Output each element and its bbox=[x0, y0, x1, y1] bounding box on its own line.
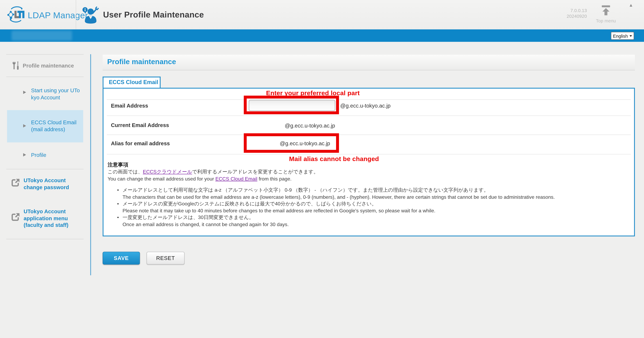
bullet-jp: 一度変更したメールアドレスは、30日間変更できません。 bbox=[122, 214, 626, 221]
redacted-username-badge bbox=[12, 30, 72, 40]
arrow-right-icon bbox=[23, 124, 26, 128]
bullet-en: Once an email address is changed, it can… bbox=[122, 221, 626, 228]
top-menu-label: Top menu bbox=[594, 18, 618, 23]
external-link-icon bbox=[11, 212, 20, 224]
row-divider bbox=[107, 100, 631, 100]
eccs-cloud-mail-link-jp[interactable]: ECCSクラウドメール bbox=[143, 169, 192, 175]
bullet-en: The characters that can be used for the … bbox=[122, 194, 626, 200]
sidebar-divider bbox=[6, 239, 84, 240]
sidebar-link-application-menu[interactable]: UTokyo Account application menu (faculty… bbox=[24, 208, 82, 229]
app-header: LDAP Manager User Profile Maintenance bbox=[0, 0, 644, 29]
sidebar-divider bbox=[6, 77, 84, 77]
scroll-top-icon[interactable]: ▲ bbox=[629, 2, 633, 8]
arrow-right-icon bbox=[23, 153, 26, 156]
tab-eccs-cloud-email[interactable]: ECCS Cloud Email bbox=[102, 77, 160, 88]
notes-intro-jp: この画面では、ECCSクラウドメールで利用するメールアドレスを変更することができ… bbox=[108, 168, 318, 176]
list-item: • メールアドレスの変更がGoogleのシステムに反映されるには最大で40分かか… bbox=[117, 200, 626, 214]
sidebar-divider bbox=[6, 169, 84, 170]
bullet-jp: メールアドレスとして利用可能な文字は a-z （アルファベット小文字） 0-9 … bbox=[122, 187, 626, 194]
bullet-en: Please note that it may take up to 40 mi… bbox=[122, 207, 626, 214]
arrow-right-icon bbox=[23, 91, 26, 94]
external-link-icon bbox=[11, 178, 20, 189]
notes-bullet-list: • メールアドレスとして利用可能な文字は a-z （アルファベット小文字） 0-… bbox=[117, 187, 626, 228]
sidebar-divider bbox=[6, 54, 84, 55]
content-heading-band: Profile maintenance bbox=[102, 55, 635, 70]
version-date: 20240920 bbox=[550, 13, 587, 19]
email-domain-suffix: @g.ecc.u-tokyo.ac.jp bbox=[340, 102, 390, 109]
sidebar-section-title: Profile maintenance bbox=[23, 62, 74, 68]
bullet-jp: メールアドレスの変更がGoogleのシステムに反映されるには最大で40分かかるの… bbox=[122, 200, 626, 207]
page-title: User Profile Maintenance bbox=[103, 10, 204, 20]
sidebar-item-start-using-account[interactable]: Start using your UTo kyo Account bbox=[31, 87, 83, 101]
notes-intro: この画面では、ECCSクラウドメールで利用するメールアドレスを変更することができ… bbox=[108, 168, 318, 182]
reset-button[interactable]: RESET bbox=[146, 252, 184, 264]
brand-name: LDAP Manager bbox=[28, 10, 88, 20]
bullet-icon: • bbox=[117, 187, 119, 194]
current-email-label: Current Email Address bbox=[111, 122, 169, 128]
content-heading: Profile maintenance bbox=[107, 58, 176, 66]
email-local-part-input[interactable] bbox=[249, 100, 335, 111]
chevron-down-icon bbox=[630, 35, 632, 37]
version-number: 7.0.0.13 bbox=[550, 8, 587, 13]
page: LDAP Manager User Profile Maintenance bbox=[0, 0, 644, 338]
email-address-label: Email Address bbox=[111, 102, 148, 109]
list-item: • 一度変更したメールアドレスは、30日間変更できません。 Once an em… bbox=[117, 214, 626, 228]
user-profile-icon bbox=[82, 6, 99, 26]
save-button[interactable]: SAVE bbox=[102, 252, 140, 264]
top-menu-icon bbox=[600, 10, 612, 17]
sidebar-vertical-rule bbox=[90, 54, 91, 275]
tab-label: ECCS Cloud Email bbox=[104, 78, 160, 87]
row-divider bbox=[107, 154, 631, 154]
language-select[interactable]: English bbox=[611, 32, 634, 40]
row-divider bbox=[107, 116, 631, 116]
tools-icon bbox=[12, 61, 21, 72]
annotation-enter-local-part: Enter your preferred local part bbox=[209, 90, 416, 97]
bullet-icon: • bbox=[117, 214, 119, 221]
version-info: 7.0.0.13 20240920 bbox=[550, 8, 587, 19]
ldap-manager-logo-icon bbox=[7, 6, 26, 25]
current-email-value: @g.ecc.u-tokyo.ac.jp bbox=[285, 122, 335, 129]
annotation-alias-cannot-change: Mail alias cannot be changed bbox=[251, 155, 417, 162]
alias-value: @g.ecc.u-tokyo.ac.jp bbox=[280, 140, 330, 146]
notes-heading: 注意事項 bbox=[108, 162, 128, 168]
eccs-cloud-email-link-en[interactable]: ECCS Cloud Email bbox=[216, 176, 258, 182]
alias-label: Alias for email address bbox=[111, 140, 170, 146]
language-select-value: English bbox=[613, 34, 628, 38]
row-divider bbox=[107, 134, 631, 135]
nav-bar: English bbox=[0, 29, 644, 42]
list-item: • メールアドレスとして利用可能な文字は a-z （アルファベット小文字） 0-… bbox=[117, 187, 626, 200]
sidebar-item-profile[interactable]: Profile bbox=[31, 152, 83, 159]
bullet-icon: • bbox=[117, 200, 119, 207]
header-divider bbox=[76, 0, 76, 29]
sidebar-item-eccs-cloud-email[interactable]: ECCS Cloud Email (mail address) bbox=[31, 119, 83, 133]
top-menu-button[interactable]: Top menu bbox=[594, 4, 618, 23]
sidebar-link-change-password[interactable]: UTokyo Account change password bbox=[24, 177, 82, 191]
notes-intro-en: You can change the email address used fo… bbox=[108, 176, 318, 183]
